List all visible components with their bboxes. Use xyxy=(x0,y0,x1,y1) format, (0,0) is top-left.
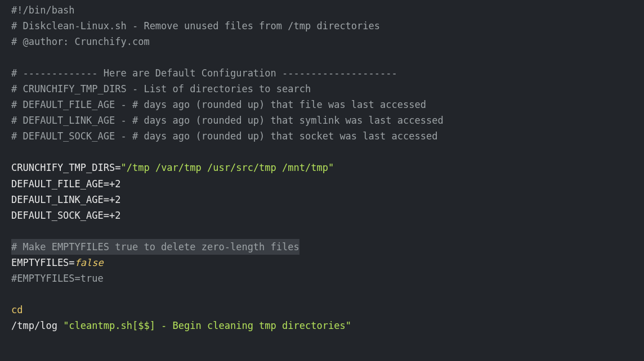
code-token: #!/bin/bash xyxy=(11,4,75,16)
code-line[interactable]: DEFAULT_SOCK_AGE=+2 xyxy=(11,207,644,223)
code-token: CRUNCHIFY_TMP_DIRS xyxy=(11,162,115,173)
code-line[interactable]: # CRUNCHIFY_TMP_DIRS - List of directori… xyxy=(11,81,644,97)
code-token: DEFAULT_LINK_AGE xyxy=(11,194,104,205)
code-token: false xyxy=(75,257,104,268)
code-line[interactable]: DEFAULT_LINK_AGE=+2 xyxy=(11,192,644,207)
code-token: cd xyxy=(11,304,23,315)
code-line[interactable]: EMPTYFILES=false xyxy=(11,255,644,270)
code-editor[interactable]: #!/bin/bash# Diskclean-Linux.sh - Remove… xyxy=(10,0,644,361)
code-token: EMPTYFILES xyxy=(11,257,69,268)
code-line[interactable]: # DEFAULT_FILE_AGE - # days ago (rounded… xyxy=(11,97,644,112)
code-line[interactable]: #EMPTYFILES=true xyxy=(11,270,644,286)
code-line[interactable]: # DEFAULT_SOCK_AGE - # days ago (rounded… xyxy=(11,128,644,144)
code-token: DEFAULT_SOCK_AGE xyxy=(11,210,104,221)
code-line[interactable]: /tmp/log "cleantmp.sh[$$] - Begin cleani… xyxy=(11,318,644,333)
code-token: DEFAULT_FILE_AGE xyxy=(11,178,104,189)
code-token: #EMPTYFILES=true xyxy=(11,273,104,284)
code-line[interactable]: # Diskclean-Linux.sh - Remove unused fil… xyxy=(11,18,644,34)
code-token: # @author: Crunchify.com xyxy=(11,36,150,47)
code-line[interactable] xyxy=(11,223,644,239)
code-token: # DEFAULT_LINK_AGE - # days ago (rounded… xyxy=(11,115,444,126)
code-line[interactable]: CRUNCHIFY_TMP_DIRS="/tmp /var/tmp /usr/s… xyxy=(11,160,644,175)
code-token: # DEFAULT_SOCK_AGE - # days ago (rounded… xyxy=(11,130,437,142)
code-line[interactable]: cd xyxy=(11,302,644,318)
code-line[interactable]: # DEFAULT_LINK_AGE - # days ago (rounded… xyxy=(11,112,644,128)
code-line[interactable] xyxy=(11,144,644,160)
code-token: # Make EMPTYFILES true to delete zero-le… xyxy=(11,241,299,252)
code-token: "cleantmp.sh[$$] - Begin cleaning tmp di… xyxy=(63,320,351,331)
code-token: =+2 xyxy=(104,178,121,189)
code-line[interactable] xyxy=(11,286,644,302)
code-token: =+2 xyxy=(104,194,121,205)
code-line[interactable]: DEFAULT_FILE_AGE=+2 xyxy=(11,176,644,192)
code-token: = xyxy=(115,162,120,173)
code-token: # Diskclean-Linux.sh - Remove unused fil… xyxy=(11,20,380,31)
code-token: # ------------- Here are Default Configu… xyxy=(11,67,397,79)
code-line[interactable]: # Make EMPTYFILES true to delete zero-le… xyxy=(11,239,644,255)
code-line[interactable]: #!/bin/bash xyxy=(11,2,644,18)
code-token: /tmp/log xyxy=(11,320,63,331)
code-token: # DEFAULT_FILE_AGE - # days ago (rounded… xyxy=(11,99,426,110)
code-token: = xyxy=(69,257,74,268)
code-line[interactable]: # @author: Crunchify.com xyxy=(11,34,644,49)
editor-gutter xyxy=(0,0,10,361)
code-token: # CRUNCHIFY_TMP_DIRS - List of directori… xyxy=(11,83,311,94)
line-highlight: # Make EMPTYFILES true to delete zero-le… xyxy=(11,239,299,255)
code-token: "/tmp /var/tmp /usr/src/tmp /mnt/tmp" xyxy=(120,162,334,173)
code-line[interactable]: # ------------- Here are Default Configu… xyxy=(11,65,644,81)
code-token: =+2 xyxy=(104,210,121,221)
code-line[interactable] xyxy=(11,49,644,65)
